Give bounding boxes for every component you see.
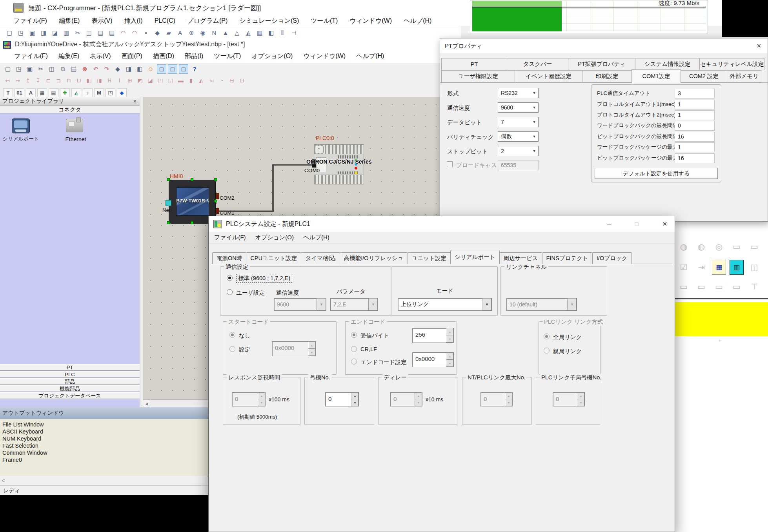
nbd-toolbar-standard[interactable]: ▢◳▣✂◫⧉▤⊗↶↷◆◨◧☺◻◻◻? (0, 63, 443, 75)
nbd-menu-item[interactable]: オプション(O) (251, 52, 293, 60)
nbd-menu-item[interactable]: ヘルプ(H) (356, 52, 384, 60)
library-tab[interactable]: プロジェクトデータベース (0, 392, 140, 399)
cx-toolbar-icon[interactable]: N (209, 28, 219, 38)
cx-toolbar-icon[interactable]: ▦ (255, 28, 264, 38)
nbd-align-icon[interactable]: ◭ (197, 76, 206, 85)
cx-right-toolbar-icon[interactable]: ▭ (730, 279, 744, 294)
cx-right-toolbar-icon[interactable]: ▭ (712, 279, 726, 294)
user-settings-radio[interactable] (227, 289, 233, 295)
nbd-toolbar-icon[interactable]: ◆ (113, 64, 122, 74)
ethernet-label[interactable]: Ethernet (59, 136, 93, 142)
nbd-parts-icon[interactable]: ◳ (106, 88, 115, 98)
cx-toolbar-icon[interactable]: ◧ (266, 28, 276, 38)
tab-print[interactable]: 印刷設定 (582, 70, 632, 82)
nbd-align-icon[interactable]: ⊞ (126, 76, 134, 85)
timeout-value-field[interactable]: 16 (675, 132, 715, 142)
end-code-spinner[interactable]: 0x0000 ▲▼ (412, 352, 454, 367)
tab-pt-extended[interactable]: PT拡張プロパティ (568, 58, 635, 70)
cx-toolbar-icon[interactable]: ▲ (221, 28, 230, 38)
cx-toolbar-icon[interactable]: ▪ (141, 28, 151, 38)
cx-right-toolbar-icon[interactable]: ▭ (677, 279, 691, 294)
cx-right-toolbar-icon[interactable]: ◍ (677, 239, 691, 254)
nbd-parts-icon[interactable]: ▦ (37, 88, 47, 98)
cx-menu-item[interactable]: 挿入(I) (124, 17, 143, 25)
cx-menu-item[interactable]: PLC(C) (155, 17, 175, 24)
parity-combo[interactable]: 偶数▼ (498, 131, 539, 142)
cx-menu-item[interactable]: プログラム(P) (187, 17, 227, 25)
nbd-align-icon[interactable]: ⊔ (75, 76, 83, 85)
cx-menu-item[interactable]: シミュレーション(S) (239, 17, 299, 25)
tab-system-info[interactable]: システム情報設定 (635, 58, 700, 70)
cx-right-toolbar-icon[interactable]: ▭ (747, 239, 761, 254)
library-tab[interactable]: 部品 (0, 378, 140, 385)
cx-right-toolbar-icon[interactable]: ∓ (765, 279, 768, 294)
pt-titlebar[interactable]: PTプロパティ ✕ (440, 38, 768, 53)
nbd-align-icon[interactable]: H (105, 76, 114, 85)
scroll-left-button[interactable]: ◂ (143, 400, 150, 407)
serial-port-label[interactable]: シリアルポート (0, 135, 42, 142)
nbd-parts-icon[interactable]: 01 (15, 88, 24, 98)
stopbits-combo[interactable]: 2▼ (498, 146, 539, 156)
library-tab[interactable]: PLC (0, 371, 140, 378)
cx-right-toolbar-3[interactable]: ▭▭▭▭⊤∓ (677, 279, 768, 294)
chevron-down-icon[interactable]: ▼ (482, 299, 491, 310)
cx-right-toolbar-1[interactable]: ◍◍◎▭▭▭▭ (677, 239, 768, 254)
selection-handle[interactable] (191, 178, 193, 181)
chevron-down-icon[interactable]: ▼ (530, 117, 538, 127)
selection-handle[interactable] (214, 178, 217, 181)
library-tab[interactable]: 機能部品 (0, 385, 140, 392)
nbd-align-icon[interactable]: I (115, 76, 124, 85)
nbd-align-icon[interactable]: ⊟ (227, 76, 236, 85)
maximize-icon[interactable]: □ (628, 216, 646, 232)
tab-timer-interrupt[interactable]: タイマ/割込 (301, 252, 340, 264)
cx-toolbar-icon[interactable]: ⊣ (289, 28, 298, 38)
timeout-value-field[interactable]: 3 (675, 89, 715, 98)
tab-peripheral-service[interactable]: 周辺サービス (499, 252, 542, 264)
cx-right-toolbar-icon[interactable]: ▭ (765, 239, 768, 254)
library-bottom-tabs[interactable]: PTPLC部品機能部品プロジェクトデータベース (0, 364, 140, 399)
nbd-parts-icon[interactable]: ▤ (49, 88, 58, 98)
timeout-value-field[interactable]: 1 (675, 142, 715, 152)
format-combo[interactable]: RS232▼ (498, 88, 539, 98)
cx-right-toolbar-icon[interactable]: ◫ (747, 260, 761, 275)
standard-radio-label[interactable]: 標準 (9600 ; 1,7,2,E) (236, 274, 292, 283)
cx-toolbar-icon[interactable]: ▣ (27, 28, 37, 38)
nbd-align-icon[interactable]: ◰ (156, 76, 165, 85)
nbd-toolbar-align[interactable]: ↤↦↥↧⊏⊐⊓⊔◧◨HI⊞◩◪◰◱▬▮◭◅◔⊟⊡ (0, 75, 443, 86)
nbd-toolbar-icon[interactable]: ◳ (14, 64, 24, 74)
cx-toolbar-icon[interactable]: ▢ (5, 28, 14, 38)
databits-combo[interactable]: 7▼ (498, 117, 539, 127)
tab-power-on[interactable]: 電源ON時 (212, 252, 246, 264)
nbd-parts-icon[interactable]: ◆ (117, 88, 127, 98)
nbd-toolbar-icon[interactable]: ▤ (69, 64, 78, 74)
nbd-toolbar-icon[interactable]: ↷ (102, 64, 111, 74)
nbd-align-icon[interactable]: ◔ (217, 76, 226, 85)
tab-fins-protect[interactable]: FINSプロテクト (542, 252, 593, 264)
tab-sio-refresh[interactable]: 高機能I/Oリフレッシュ (340, 252, 408, 264)
timeout-value-field[interactable]: 16 (675, 153, 715, 163)
tab-security-level[interactable]: セキュリティレベル設定 (699, 58, 764, 70)
tab-io-block[interactable]: I/Oブロック (592, 252, 632, 264)
nbd-menu-item[interactable]: 編集(E) (58, 52, 79, 60)
cx-menu-item[interactable]: 表示(V) (91, 17, 112, 25)
nbd-align-icon[interactable]: ◱ (166, 76, 175, 85)
nbd-parts-icon[interactable]: ✚ (60, 88, 70, 98)
cx-toolbar-icon[interactable]: ⊕ (187, 28, 196, 38)
cx-menu-item[interactable]: ツール(T) (311, 17, 338, 25)
cx-toolbar-icon[interactable]: ◳ (16, 28, 25, 38)
cx-toolbar-icon[interactable]: △ (232, 28, 242, 38)
nbd-menu-item[interactable]: 部品(I) (185, 52, 203, 60)
tab-com2[interactable]: COM2 設定 (681, 70, 727, 82)
cx-menu-item[interactable]: ファイル(F) (13, 17, 47, 25)
cx-toolbar-icon[interactable]: ◠ (118, 28, 128, 38)
nbd-align-icon[interactable]: ◩ (136, 76, 144, 85)
nbd-align-icon[interactable]: ↦ (13, 76, 22, 85)
nbd-menu-item[interactable]: 画面(P) (122, 52, 142, 60)
nbd-titlebar[interactable]: D:¥liujiamin¥OneDrive - 株式会社アルバック¥デスクトップ… (0, 39, 443, 50)
nbd-toolbar-icon[interactable]: ⧉ (58, 64, 67, 74)
timeout-value-field[interactable]: 1 (675, 100, 715, 109)
cx-right-toolbar-icon[interactable]: ◎ (712, 239, 726, 254)
chevron-down-icon[interactable]: ▼ (530, 103, 538, 112)
nbd-toolbar-icon[interactable]: ⊗ (80, 64, 89, 74)
nbd-menu-item[interactable]: 表示(V) (90, 52, 111, 60)
